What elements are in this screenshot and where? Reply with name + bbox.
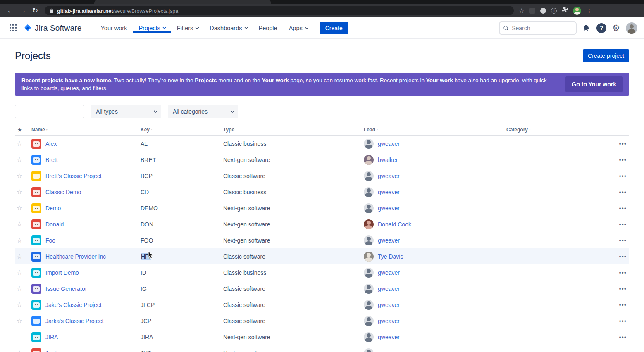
star-icon[interactable]: ☆: [15, 236, 31, 244]
table-row[interactable]: ☆ JIRA JIRA Next-gen software gweaver ••…: [15, 329, 629, 345]
table-row[interactable]: ☆ Foo FOO Next-gen software gweaver •••: [15, 232, 629, 248]
notifications-bell-icon[interactable]: [582, 24, 591, 32]
browser-back-button[interactable]: ←: [4, 7, 17, 15]
address-bar[interactable]: gitlab-jira.atlassian.net/secure/BrowseP…: [45, 6, 514, 15]
extension-icon-1[interactable]: [529, 8, 535, 14]
project-name-link[interactable]: Brett's Classic Project: [45, 173, 102, 179]
lead-link[interactable]: gweaver: [378, 302, 400, 308]
table-row[interactable]: ☆ Brett BRET Next-gen software bwalker •…: [15, 152, 629, 168]
nav-people[interactable]: People: [253, 24, 283, 33]
project-name-link[interactable]: Alex: [45, 140, 57, 147]
nav-projects[interactable]: Projects: [133, 24, 171, 33]
settings-gear-icon[interactable]: ⚙: [612, 24, 620, 32]
lead-link[interactable]: gweaver: [378, 173, 400, 179]
type-filter-dropdown[interactable]: All types: [91, 105, 161, 118]
table-row[interactable]: ☆ Alex AL Classic business gweaver •••: [15, 136, 629, 152]
table-row[interactable]: ☆ Jake's Classic Project JLCP Classic so…: [15, 297, 629, 313]
lead-link[interactable]: bwalker: [378, 157, 398, 163]
more-options-button[interactable]: •••: [619, 205, 629, 211]
star-icon[interactable]: ☆: [15, 301, 31, 309]
star-column-header[interactable]: ★: [15, 127, 31, 133]
global-search[interactable]: [499, 21, 577, 35]
extension-icon-2[interactable]: [540, 8, 546, 14]
more-options-button[interactable]: •••: [619, 189, 629, 195]
project-search-input[interactable]: [19, 108, 93, 115]
nav-apps[interactable]: Apps: [283, 24, 313, 33]
lead-link[interactable]: gweaver: [378, 285, 400, 292]
bookmark-star-icon[interactable]: ☆: [519, 7, 524, 14]
star-icon[interactable]: ☆: [15, 156, 31, 164]
table-row[interactable]: ☆ Brett's Classic Project BCP Classic so…: [15, 168, 629, 184]
more-options-button[interactable]: •••: [619, 253, 629, 259]
lead-link[interactable]: Tye Davis: [378, 253, 403, 260]
project-search-field[interactable]: [15, 105, 84, 118]
help-icon[interactable]: ?: [596, 23, 606, 33]
extensions-puzzle-icon[interactable]: [562, 7, 568, 14]
go-to-your-work-button[interactable]: Go to Your work: [565, 76, 623, 92]
lead-link[interactable]: gweaver: [378, 350, 400, 352]
table-row[interactable]: ☆ Issue Generator IG Classic software gw…: [15, 281, 629, 297]
browser-profile-avatar[interactable]: [573, 7, 581, 15]
star-icon[interactable]: ☆: [15, 140, 31, 147]
more-options-button[interactable]: •••: [619, 285, 629, 292]
browser-forward-button[interactable]: →: [17, 7, 29, 15]
project-name-link[interactable]: Demo: [45, 205, 61, 212]
project-name-link[interactable]: Foo: [45, 237, 55, 244]
star-icon[interactable]: ☆: [15, 269, 31, 276]
category-column-header[interactable]: Category:: [506, 127, 608, 133]
lead-column-header[interactable]: Lead:: [364, 127, 506, 133]
star-icon[interactable]: ☆: [15, 349, 31, 352]
more-options-button[interactable]: •••: [619, 237, 629, 243]
create-project-button[interactable]: Create project: [583, 49, 629, 62]
lead-link[interactable]: gweaver: [378, 237, 400, 244]
nav-dashboards[interactable]: Dashboards: [204, 24, 253, 33]
star-icon[interactable]: ☆: [15, 204, 31, 212]
lead-link[interactable]: gweaver: [378, 334, 400, 340]
more-options-button[interactable]: •••: [619, 173, 629, 179]
jira-logo[interactable]: Jira Software: [21, 24, 86, 33]
more-options-button[interactable]: •••: [619, 140, 629, 147]
more-options-button[interactable]: •••: [619, 157, 629, 163]
star-icon[interactable]: ☆: [15, 172, 31, 180]
type-column-header[interactable]: Type: [223, 127, 364, 133]
lead-link[interactable]: gweaver: [378, 140, 400, 147]
table-row[interactable]: ☆ Demo DEMO Next-gen software gweaver ••…: [15, 200, 629, 216]
more-options-button[interactable]: •••: [619, 302, 629, 308]
lead-link[interactable]: gweaver: [378, 189, 400, 195]
more-options-button[interactable]: •••: [619, 269, 629, 276]
key-column-header[interactable]: Key:: [141, 127, 223, 133]
project-name-link[interactable]: Jake's Classic Project: [45, 302, 102, 308]
table-row[interactable]: ☆ Healthcare Provider Inc HPI Classic so…: [15, 248, 629, 264]
lead-link[interactable]: gweaver: [378, 205, 400, 212]
table-row[interactable]: ☆ Jarka's Classic Project JCP Classic so…: [15, 313, 629, 329]
nav-your-work[interactable]: Your work: [95, 24, 133, 33]
app-switcher-icon[interactable]: [7, 21, 20, 35]
project-name-link[interactable]: Donald: [45, 221, 64, 228]
project-name-link[interactable]: Import Demo: [45, 269, 79, 276]
category-filter-dropdown[interactable]: All categories: [168, 105, 238, 118]
more-options-button[interactable]: •••: [619, 318, 629, 324]
info-icon[interactable]: i: [551, 8, 557, 14]
project-name-link[interactable]: Justin: [45, 350, 61, 352]
lead-link[interactable]: gweaver: [378, 318, 400, 324]
table-row[interactable]: ☆ Import Demo ID Classic business gweave…: [15, 264, 629, 281]
star-icon[interactable]: ☆: [15, 252, 31, 260]
project-name-link[interactable]: Jarka's Classic Project: [45, 318, 103, 324]
browser-menu-icon[interactable]: ⋮: [586, 7, 592, 14]
project-name-link[interactable]: Brett: [45, 157, 58, 163]
lead-link[interactable]: gweaver: [378, 269, 400, 276]
star-icon[interactable]: ☆: [15, 317, 31, 325]
user-avatar[interactable]: [626, 22, 637, 34]
nav-filters[interactable]: Filters: [171, 24, 204, 33]
star-icon[interactable]: ☆: [15, 188, 31, 196]
star-icon[interactable]: ☆: [15, 220, 31, 228]
more-options-button[interactable]: •••: [619, 334, 629, 340]
table-row[interactable]: ☆ Classic Demo CD Classic business gweav…: [15, 184, 629, 200]
table-row[interactable]: ☆ Donald DON Next-gen software Donald Co…: [15, 216, 629, 232]
more-options-button[interactable]: •••: [619, 350, 629, 352]
project-name-link[interactable]: JIRA: [45, 334, 58, 340]
star-icon[interactable]: ☆: [15, 285, 31, 293]
lead-link[interactable]: Donald Cook: [378, 221, 411, 228]
name-column-header[interactable]: Name↑: [31, 127, 141, 133]
project-name-link[interactable]: Healthcare Provider Inc: [45, 253, 106, 260]
